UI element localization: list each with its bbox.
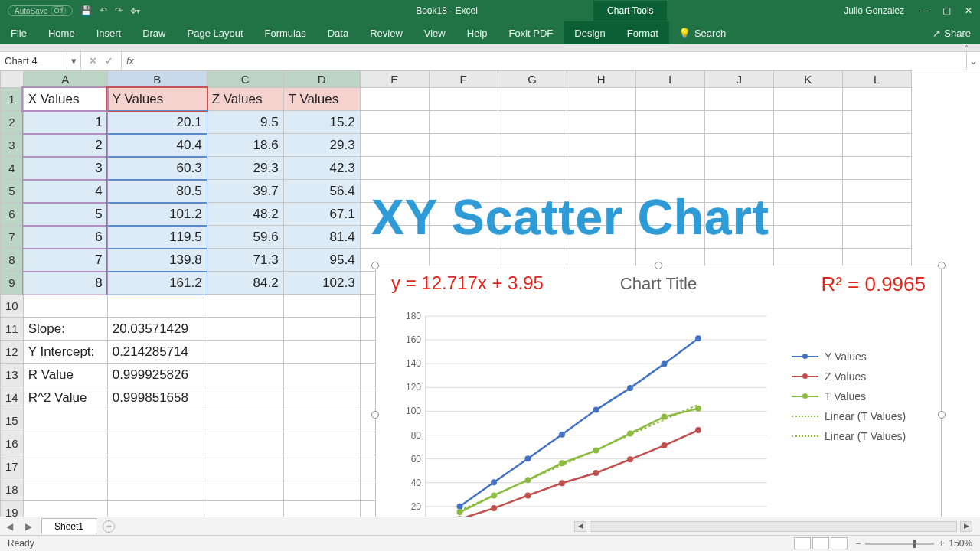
tab-home[interactable]: Home [38, 21, 86, 44]
col-header[interactable]: B [107, 71, 207, 88]
cell[interactable]: 6 [23, 226, 107, 249]
cell[interactable]: 4 [23, 180, 107, 203]
cell[interactable]: 84.2 [207, 272, 283, 295]
name-box-dropdown-icon[interactable]: ▾ [67, 52, 81, 70]
cell[interactable]: 0.214285714 [107, 341, 207, 364]
cell[interactable]: 161.2 [107, 272, 207, 295]
cell[interactable]: 81.4 [283, 226, 360, 249]
restore-icon[interactable]: ▢ [942, 5, 951, 16]
tab-design[interactable]: Design [564, 21, 616, 44]
row-header[interactable]: 16 [1, 432, 24, 455]
cell[interactable]: 1 [23, 111, 107, 134]
cell[interactable]: 60.3 [107, 157, 207, 180]
chart-title[interactable]: Chart Title [620, 274, 697, 294]
tab-file[interactable]: File [0, 21, 38, 44]
zoom-control[interactable]: − + 150% [855, 538, 972, 549]
row-header[interactable]: 2 [1, 111, 24, 134]
col-header[interactable]: H [567, 71, 635, 88]
minimize-icon[interactable]: — [920, 5, 929, 16]
cell[interactable]: 101.2 [107, 203, 207, 226]
col-header[interactable]: J [704, 71, 773, 88]
cell[interactable]: 95.4 [283, 249, 360, 272]
col-header[interactable]: E [360, 71, 429, 88]
sheet-nav-prev-icon[interactable]: ◀ [0, 521, 19, 532]
tab-data[interactable]: Data [317, 21, 359, 44]
cell[interactable]: 42.3 [283, 157, 360, 180]
cell[interactable]: 40.4 [107, 134, 207, 157]
cell[interactable]: 0.999851658 [107, 386, 207, 409]
col-header[interactable]: L [842, 71, 911, 88]
col-header[interactable]: D [283, 71, 360, 88]
row-header[interactable]: 18 [1, 478, 24, 501]
cell[interactable]: 9.5 [207, 111, 283, 134]
cell[interactable]: R Value [23, 364, 107, 386]
cell[interactable]: 15.2 [283, 111, 360, 134]
col-header[interactable]: C [207, 71, 283, 88]
cell[interactable]: 139.8 [107, 249, 207, 272]
row-header[interactable]: 10 [1, 295, 24, 318]
tab-view[interactable]: View [413, 21, 456, 44]
undo-icon[interactable]: ↶ [100, 5, 107, 16]
chart-object[interactable]: y = 12.717x + 3.95 Chart Title R² = 0.99… [375, 266, 942, 522]
row-header[interactable]: 3 [1, 134, 24, 157]
col-header[interactable]: K [773, 71, 842, 88]
cell[interactable]: 67.1 [283, 203, 360, 226]
cancel-entry-icon[interactable]: ✕ [89, 55, 97, 67]
cell[interactable]: 102.3 [283, 272, 360, 295]
row-header[interactable]: 12 [1, 341, 24, 364]
cell[interactable]: 39.7 [207, 180, 283, 203]
col-header[interactable]: F [429, 71, 498, 88]
cell[interactable]: 3 [23, 157, 107, 180]
cell[interactable]: Y Values [107, 88, 207, 111]
close-icon[interactable]: ✕ [965, 5, 972, 16]
tab-format[interactable]: Format [616, 21, 669, 44]
cell[interactable]: 20.1 [107, 111, 207, 134]
col-header[interactable]: I [635, 71, 704, 88]
legend-item[interactable]: Linear (T Values) [792, 410, 929, 422]
fx-icon[interactable]: fx [122, 52, 139, 70]
cell[interactable]: 59.6 [207, 226, 283, 249]
autosave-toggle[interactable]: AutoSave Off [8, 5, 73, 16]
cell[interactable]: Slope: [23, 318, 107, 341]
ribbon-collapse-strip[interactable]: ˄ [0, 44, 980, 52]
legend-item[interactable]: T Values [792, 390, 929, 403]
row-header[interactable]: 4 [1, 157, 24, 180]
cell[interactable]: T Values [283, 88, 360, 111]
cell[interactable]: 119.5 [107, 226, 207, 249]
worksheet-grid[interactable]: A B C D E F G H I J K L 1 X Values Y Val… [0, 70, 980, 522]
horizontal-scrollbar[interactable]: ◀▶ [574, 521, 980, 532]
legend-item[interactable]: Y Values [792, 350, 929, 363]
redo-icon[interactable]: ↷ [115, 5, 122, 16]
legend-item[interactable]: Z Values [792, 370, 929, 383]
sheet-tab[interactable]: Sheet1 [41, 518, 96, 534]
share-button[interactable]: ↗Share [923, 21, 980, 44]
col-header[interactable]: A [23, 71, 107, 88]
tab-page-layout[interactable]: Page Layout [177, 21, 254, 44]
zoom-in-icon[interactable]: + [939, 538, 944, 549]
zoom-out-icon[interactable]: − [855, 538, 861, 549]
tab-foxit[interactable]: Foxit PDF [498, 21, 564, 44]
row-header[interactable]: 1 [1, 88, 24, 111]
cell[interactable]: 71.3 [207, 249, 283, 272]
cell[interactable]: 18.6 [207, 134, 283, 157]
row-header[interactable]: 6 [1, 203, 24, 226]
sheet-nav-next-icon[interactable]: ▶ [19, 521, 38, 532]
cell[interactable]: 7 [23, 249, 107, 272]
cell[interactable]: Y Intercept: [23, 341, 107, 364]
name-box[interactable]: Chart 4 [0, 52, 67, 70]
row-header[interactable]: 9 [1, 272, 24, 295]
cell[interactable]: 20.03571429 [107, 318, 207, 341]
view-switcher[interactable] [794, 537, 848, 549]
chart-plot-area[interactable]: 0204060801001201401601800246810 [391, 308, 774, 522]
save-icon[interactable]: 💾 [80, 5, 92, 16]
cell[interactable]: X Values [23, 88, 107, 111]
legend-item[interactable]: Linear (T Values) [792, 430, 929, 442]
cell[interactable]: 5 [23, 203, 107, 226]
cell[interactable]: 8 [23, 272, 107, 295]
chart-legend[interactable]: Y Values Z Values T Values Linear (T Val… [792, 343, 929, 450]
row-header[interactable]: 7 [1, 226, 24, 249]
cell[interactable]: Z Values [207, 88, 283, 111]
expand-formula-bar-icon[interactable]: ⌄ [966, 52, 980, 70]
zoom-slider[interactable] [865, 543, 934, 545]
col-header[interactable]: G [498, 71, 567, 88]
